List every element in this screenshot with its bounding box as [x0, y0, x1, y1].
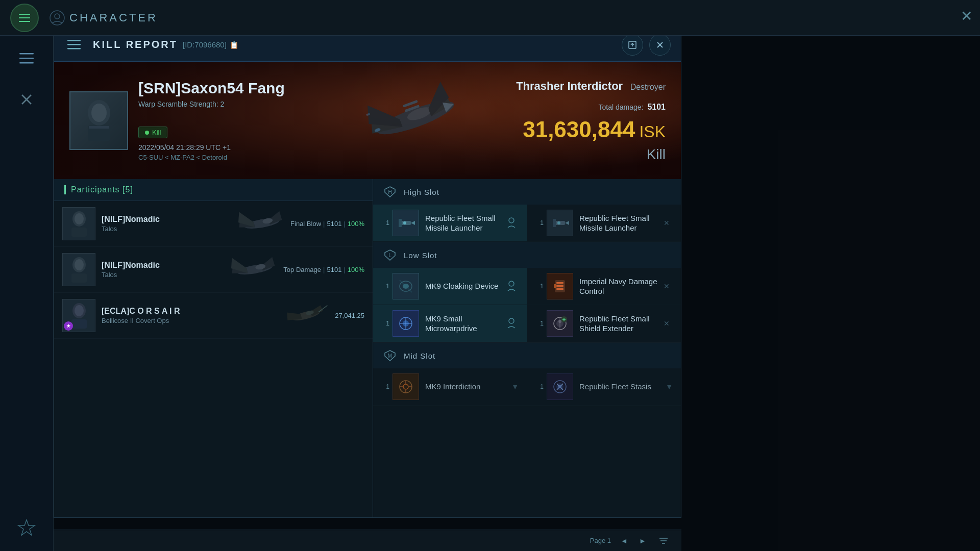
- filter-icon: [658, 536, 669, 546]
- participant-ship-2: Talos: [102, 271, 227, 279]
- participant-row-2[interactable]: [NILF]Nomadic Talos Top Damage |: [54, 247, 373, 293]
- pilot-avatar: [69, 91, 128, 150]
- participant-row[interactable]: [NILF]Nomadic Talos Final Blow: [54, 201, 373, 247]
- participant-ship-svg-1: [238, 210, 286, 238]
- damage-control-svg: [551, 277, 569, 295]
- mid-slot-title: Mid Slot: [404, 352, 435, 360]
- sidebar-menu-icon[interactable]: [14, 46, 39, 71]
- equipment-item-right[interactable]: 1 Republic Fleet Small Missile Launcher: [527, 205, 681, 242]
- participant-stats-2: Top Damage | 5101 | 100%: [283, 266, 364, 273]
- filter-button[interactable]: [656, 533, 671, 548]
- item-name-stasis: Republic Fleet Stasis: [579, 382, 666, 392]
- person-icon-3: [507, 318, 516, 329]
- window-close-button[interactable]: ✕: [961, 8, 972, 24]
- copy-id-icon[interactable]: 📋: [230, 41, 238, 49]
- ship-silhouette: [329, 69, 502, 166]
- low-slot-title: Low Slot: [404, 251, 437, 260]
- mwd-item[interactable]: 1 MK9 Small Microwarpdrive: [373, 305, 527, 342]
- panel-id: [ID:7096680]: [183, 40, 227, 49]
- sidebar-star-icon[interactable]: [14, 515, 39, 541]
- kill-stats: Thrasher Interdictor Destroyer Total dam…: [516, 80, 666, 163]
- participants-panel: Participants [5] [NILF]Nomadic Talos: [54, 179, 373, 517]
- item-name-dc: Imperial Navy Damage Control: [579, 277, 660, 296]
- kill-badge-dot: [145, 131, 149, 135]
- svg-rect-77: [556, 282, 564, 284]
- person-icon-2: [507, 281, 516, 292]
- participant-stats-3: 27,041.25: [335, 312, 364, 319]
- sidebar-close-icon[interactable]: [14, 87, 39, 112]
- shield-extender-item[interactable]: 1: [527, 305, 681, 342]
- interdiction-svg: [397, 378, 415, 396]
- svg-point-1: [55, 14, 60, 19]
- shield-extender-icon: [547, 310, 573, 337]
- export-button[interactable]: [622, 34, 643, 56]
- stats-row-3: 27,041.25: [335, 312, 364, 319]
- isk-label: ISK: [639, 122, 666, 141]
- shield-high-icon: H: [384, 186, 396, 198]
- missile-launcher-svg-2: [551, 214, 569, 232]
- svg-marker-50: [286, 309, 302, 323]
- mid-slot-left: 1 MK9 In: [373, 368, 527, 406]
- high-slot-title: High Slot: [404, 188, 439, 196]
- app-title: CHARACTER: [69, 11, 158, 24]
- item-close-se[interactable]: ✕: [660, 317, 673, 330]
- svg-rect-63: [553, 219, 556, 227]
- pct-2: 100%: [348, 266, 364, 273]
- export-icon: [628, 40, 637, 49]
- damage-control-icon: [547, 273, 573, 299]
- item-name-high-left: Republic Fleet Small Missile Launcher: [425, 213, 504, 233]
- item-qty-inter: 1: [381, 383, 389, 390]
- equipment-item[interactable]: 1 Republic Fleet Small Missile Launcher: [373, 205, 527, 242]
- hamburger-button[interactable]: [10, 4, 39, 32]
- participant-row-3[interactable]: ★ [ECLA]C O R S A I R Bellicose II Cover…: [54, 293, 373, 339]
- main-panel: KILL REPORT [ID:7096680] 📋: [54, 28, 681, 518]
- high-slot-header: H High Slot: [373, 179, 681, 205]
- item-qty-stasis: 1: [535, 383, 544, 390]
- stasis-svg: [551, 378, 569, 396]
- damage-control-item[interactable]: 1 Imperial Navy Damage Cont: [527, 268, 681, 305]
- svg-rect-39: [71, 273, 87, 283]
- participant-ship-svg-3: [282, 302, 331, 330]
- launcher-icon-2: [547, 210, 573, 236]
- mwd-icon: [393, 310, 419, 337]
- stasis-item[interactable]: 1 Republic Fleet Stasis: [527, 368, 681, 406]
- participant-avatar-3: ★: [62, 299, 95, 332]
- menu-lines-icon: [19, 53, 34, 64]
- item-person-icon-2: [504, 279, 519, 293]
- svg-point-70: [509, 281, 514, 286]
- stats-row-2: Top Damage | 5101 | 100%: [283, 266, 364, 273]
- participant-ship-3: Bellicose II Covert Ops: [102, 317, 278, 324]
- panel-close-button[interactable]: [649, 34, 671, 56]
- star-emblem-icon: [16, 517, 37, 539]
- kill-banner: [SRN]Saxon54 Fang Warp Scramble Strength…: [54, 62, 681, 179]
- item-name-cloak: MK9 Cloaking Device: [425, 281, 504, 291]
- item-qty-right: 1: [535, 219, 544, 227]
- participant-info-2: [NILF]Nomadic Talos: [102, 261, 227, 279]
- svg-marker-7: [18, 520, 35, 535]
- interdiction-item[interactable]: 1 MK9 In: [373, 368, 527, 406]
- avatar-silhouette: [79, 97, 119, 143]
- participant-name-3: [ECLA]C O R S A I R: [102, 307, 278, 316]
- item-person-icon-1: [504, 216, 519, 230]
- item-close-1[interactable]: ✕: [660, 217, 673, 229]
- damage-2: 5101: [327, 266, 341, 273]
- shield-mid-icon: M: [384, 349, 396, 362]
- participants-title: Participants [5]: [64, 185, 362, 194]
- svg-rect-8: [67, 40, 81, 41]
- panel-menu-button[interactable]: [64, 35, 84, 55]
- pct-1: 100%: [348, 220, 364, 228]
- prev-page-button[interactable]: ◄: [617, 534, 631, 548]
- svg-point-48: [75, 305, 84, 316]
- low-slot-columns: 1 MK9 Cloaking Device: [373, 268, 681, 342]
- scroll-indicator-left: ▼: [511, 383, 519, 391]
- cloaking-item[interactable]: 1 MK9 Cloaking Device: [373, 268, 527, 305]
- shield-low-icon: L: [384, 249, 396, 261]
- item-close-dc[interactable]: ✕: [660, 280, 673, 292]
- item-person-icon-3: [504, 316, 519, 331]
- next-page-button[interactable]: ►: [635, 534, 650, 548]
- svg-rect-2: [19, 53, 34, 55]
- svg-marker-57: [411, 221, 415, 225]
- cloak-svg: [397, 277, 415, 295]
- missile-launcher-svg-1: [397, 214, 415, 232]
- kill-result: Kill: [516, 146, 666, 163]
